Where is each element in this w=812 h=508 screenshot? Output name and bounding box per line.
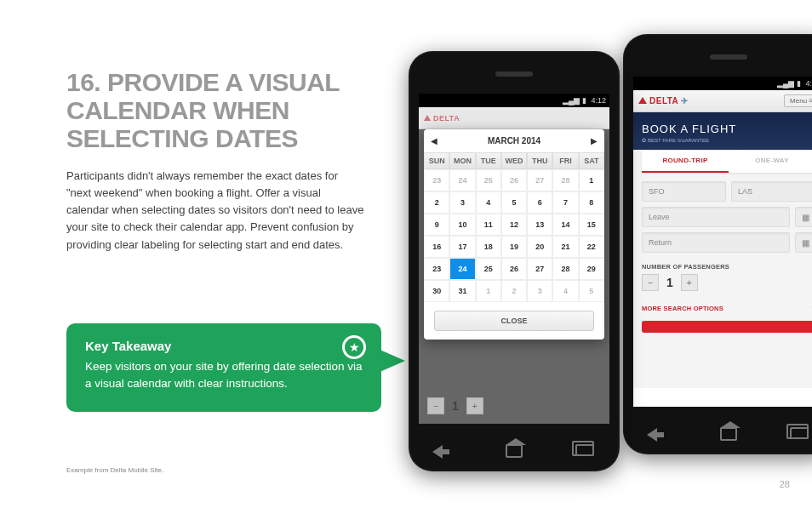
calendar-day[interactable]: 21 [552,236,578,258]
decrement-button[interactable]: − [642,274,659,291]
calendar-day[interactable]: 23 [424,169,449,191]
page-number: 28 [780,479,790,489]
increment-button[interactable]: + [466,397,483,414]
calendar-day[interactable]: 27 [527,258,552,280]
android-home-button[interactable] [503,444,525,459]
search-button[interactable] [642,321,812,333]
calendar-day[interactable]: 25 [476,169,501,191]
calendar-dow: SAT [579,152,604,169]
wifi-icon: ▂▄▆ [777,79,794,88]
calendar-day[interactable]: 12 [501,214,527,236]
delta-logo: DELTA [424,114,460,123]
next-month-button[interactable]: ▶ [591,136,598,146]
best-fare-guarantee: ✪BEST FARE GUARANTEE [642,137,812,143]
more-search-options-link[interactable]: MORE SEARCH OPTIONS▾ [427,423,601,424]
more-search-options-link[interactable]: MORE SEARCH OPTIONS▾ [642,305,812,312]
prev-month-button[interactable]: ◀ [431,136,437,146]
calendar-day[interactable]: 1 [476,280,501,302]
calendar-modal: ◀ MARCH 2014 ▶ SUNMONTUEWEDTHUFRISAT2324… [424,129,604,340]
calendar-day[interactable]: 24 [449,169,475,191]
calendar-icon[interactable]: ▦ [795,207,812,227]
android-back-button[interactable] [432,444,455,459]
calendar-day[interactable]: 1 [579,169,604,191]
calendar-day[interactable]: 5 [579,280,604,302]
calendar-day[interactable]: 26 [501,169,527,191]
callout-pointer [378,349,405,373]
menu-button[interactable]: Menu ≡ [784,94,812,107]
calendar-day[interactable]: 30 [424,280,449,302]
calendar-day[interactable]: 7 [552,191,578,214]
calendar-day[interactable]: 6 [527,191,552,214]
calendar-day[interactable]: 29 [579,258,604,280]
calendar-day[interactable]: 4 [552,280,578,302]
from-field[interactable]: SFO [642,181,726,202]
tab-round-trip[interactable]: ROUND-TRIP [642,150,729,173]
return-date-field[interactable]: Return [642,232,790,253]
book-flight-title: BOOK A FLIGHT [642,123,812,135]
calendar-day[interactable]: 3 [527,280,552,302]
calendar-dow: SUN [424,152,449,169]
calendar-dow: TUE [476,152,501,169]
calendar-day[interactable]: 28 [552,169,578,191]
leave-date-field[interactable]: Leave [642,207,790,227]
footnote: Example from Delta Mobile Site. [66,466,163,474]
calendar-day[interactable]: 2 [501,280,527,302]
calendar-day[interactable]: 9 [424,214,449,236]
close-button[interactable]: CLOSE [434,311,594,331]
battery-icon: ▮ [582,96,586,105]
wifi-icon: ▂▄▆ [563,96,580,105]
calendar-day[interactable]: 4 [476,191,501,214]
calendar-day[interactable]: 28 [552,258,578,280]
status-bar: ▂▄▆ ▮ 4:12 [633,77,812,90]
calendar-day[interactable]: 18 [476,236,501,258]
passenger-stepper: − 1 + [427,397,601,414]
phone-mockup-calendar: ▂▄▆ ▮ 4:12 DELTA ◀ MARCH 2014 ▶ SUNMONTU… [409,51,620,471]
status-bar: ▂▄▆ ▮ 4:12 [419,94,609,107]
increment-button[interactable]: + [681,274,698,291]
calendar-day[interactable]: 3 [449,191,475,214]
body-paragraph: Participants didn't always remember the … [66,168,364,254]
calendar-day[interactable]: 25 [476,258,501,280]
page-heading: 16. PROVIDE A VISUAL CALENDAR WHEN SELEC… [66,68,364,152]
delta-logo: DELTA ✈ [638,96,689,106]
passengers-label: NUMBER OF PASSENGERS [642,263,812,271]
calendar-icon[interactable]: ▦ [795,232,812,253]
android-back-button[interactable] [647,427,669,442]
to-field[interactable]: LAS [731,181,812,202]
android-home-button[interactable] [718,427,740,442]
calendar-day[interactable]: 24 [449,258,475,280]
passenger-value: 1 [663,276,677,289]
calendar-grid: SUNMONTUEWEDTHUFRISAT2324252627281234567… [424,152,604,302]
key-takeaway-card: Key Takeaway Keep visitors on your site … [66,323,381,412]
calendar-day[interactable]: 8 [579,191,604,214]
calendar-day[interactable]: 19 [501,236,527,258]
calendar-day[interactable]: 5 [501,191,527,214]
calendar-day[interactable]: 22 [579,236,604,258]
calendar-day[interactable]: 16 [424,236,449,258]
calendar-day[interactable]: 2 [424,191,449,214]
status-time: 4:12 [805,79,812,88]
calendar-dow: MON [449,152,475,169]
takeaway-text: Keep visitors on your site by offering d… [85,358,363,393]
battery-icon: ▮ [797,79,801,88]
tab-one-way[interactable]: ONE-WAY [729,150,812,173]
calendar-day[interactable]: 20 [527,236,552,258]
calendar-day[interactable]: 31 [449,280,475,302]
calendar-day[interactable]: 10 [449,214,475,236]
phone-mockup-booking: ▂▄▆ ▮ 4:12 DELTA ✈ Menu ≡ BOOK A FLIGHT … [623,34,812,454]
calendar-day[interactable]: 23 [424,258,449,280]
calendar-day[interactable]: 14 [552,214,578,236]
calendar-day[interactable]: 11 [476,214,501,236]
calendar-day[interactable]: 17 [449,236,475,258]
calendar-month-label: MARCH 2014 [488,136,540,146]
status-time: 4:12 [591,96,606,105]
android-recent-button[interactable] [574,444,596,459]
decrement-button[interactable]: − [427,397,444,414]
chevron-down-icon: ▾ [598,423,601,424]
android-recent-button[interactable] [788,427,810,442]
calendar-day[interactable]: 26 [501,258,527,280]
calendar-day[interactable]: 27 [527,169,552,191]
calendar-day[interactable]: 13 [527,214,552,236]
takeaway-title: Key Takeaway [85,339,363,353]
calendar-day[interactable]: 15 [579,214,604,236]
